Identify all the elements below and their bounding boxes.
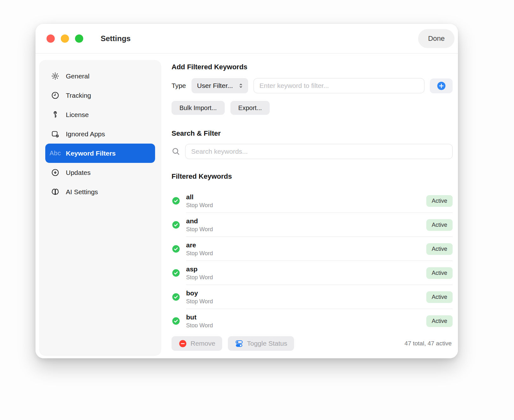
- keyword-type: Stop Word: [186, 250, 426, 257]
- keyword-row-boy[interactable]: boy Stop Word Active: [172, 285, 453, 309]
- main-content: Add Filtered Keywords Type User Filter..…: [161, 53, 458, 351]
- keyword-row-asp[interactable]: asp Stop Word Active: [172, 261, 453, 285]
- list-footer: Remove Toggle Status 47 total, 47 active: [172, 336, 453, 351]
- done-button[interactable]: Done: [418, 29, 454, 48]
- sidebar-item-label: AI Settings: [66, 188, 98, 196]
- sidebar: General Tracking License Ignored Apps: [40, 60, 161, 355]
- toggle-status-button[interactable]: Toggle Status: [228, 336, 294, 351]
- check-circle-icon: [172, 196, 180, 205]
- sidebar-item-ai-settings[interactable]: AI Settings: [45, 182, 155, 201]
- zoom-window-button[interactable]: [75, 34, 83, 43]
- keyword-input[interactable]: [254, 78, 424, 93]
- download-circle-icon: [50, 168, 60, 177]
- keyword-row-but[interactable]: but Stop Word Active: [172, 309, 453, 327]
- sidebar-item-tracking[interactable]: Tracking: [45, 86, 155, 105]
- add-keyword-row: Type User Filter...: [172, 78, 453, 93]
- search-row: [172, 144, 453, 159]
- keyword-type: Stop Word: [186, 298, 426, 305]
- sidebar-item-license[interactable]: License: [45, 105, 155, 124]
- keyword-list: all Stop Word Active and Stop Word Activ…: [172, 189, 453, 327]
- brain-icon: [50, 188, 60, 196]
- sidebar-item-label: Ignored Apps: [66, 130, 105, 138]
- check-circle-icon: [172, 317, 180, 325]
- export-button[interactable]: Export...: [230, 101, 270, 115]
- settings-window: Settings Done General Tracking L: [35, 24, 458, 358]
- keyword-type: Stop Word: [186, 226, 426, 233]
- check-circle-icon: [172, 269, 180, 277]
- filter-type-select[interactable]: User Filter...: [191, 78, 248, 93]
- status-badge: Active: [426, 291, 453, 303]
- keyword-type: Stop Word: [186, 322, 426, 327]
- status-badge: Active: [426, 219, 453, 231]
- chevron-up-down-icon: [237, 82, 244, 89]
- sidebar-item-label: Keyword Filters: [66, 150, 116, 157]
- sidebar-item-keyword-filters[interactable]: Abc Keyword Filters: [45, 144, 155, 163]
- check-circle-icon: [172, 220, 180, 229]
- toggles-icon: [235, 339, 243, 348]
- filter-type-value: User Filter...: [197, 82, 233, 90]
- bulk-import-button[interactable]: Bulk Import...: [172, 101, 225, 115]
- search-icon: [172, 147, 180, 156]
- sidebar-item-label: Tracking: [66, 92, 91, 99]
- minimize-window-button[interactable]: [61, 34, 69, 43]
- close-window-button[interactable]: [47, 34, 55, 43]
- keyword-text: boy: [186, 289, 426, 297]
- keyword-row-all[interactable]: all Stop Word Active: [172, 189, 453, 213]
- status-badge: Active: [426, 243, 453, 255]
- search-keywords-input[interactable]: [185, 144, 453, 159]
- check-circle-icon: [172, 244, 180, 253]
- type-label: Type: [172, 82, 186, 90]
- add-filtered-keywords-heading: Add Filtered Keywords: [172, 63, 453, 71]
- title-bar: Settings Done: [35, 24, 458, 53]
- sidebar-item-ignored-apps[interactable]: Ignored Apps: [45, 124, 155, 144]
- add-keyword-button[interactable]: [430, 78, 453, 93]
- app-check-icon: [50, 130, 60, 139]
- sidebar-item-label: License: [66, 111, 89, 119]
- keyword-text: asp: [186, 265, 426, 273]
- bulk-actions-row: Bulk Import... Export...: [172, 101, 453, 115]
- window-title: Settings: [101, 34, 131, 43]
- keyword-text: but: [186, 313, 426, 321]
- keyword-row-are[interactable]: are Stop Word Active: [172, 237, 453, 261]
- keyword-type: Stop Word: [186, 202, 426, 209]
- sidebar-item-updates[interactable]: Updates: [45, 163, 155, 182]
- check-circle-icon: [172, 293, 180, 301]
- plus-icon: [436, 81, 446, 91]
- gear-icon: [50, 72, 60, 81]
- abc-icon: Abc: [50, 149, 60, 158]
- keyword-type: Stop Word: [186, 274, 426, 281]
- key-icon: [50, 110, 60, 119]
- sidebar-item-general[interactable]: General: [45, 66, 155, 86]
- status-badge: Active: [426, 315, 453, 327]
- status-badge: Active: [426, 267, 453, 279]
- sidebar-item-label: General: [66, 72, 90, 80]
- search-filter-heading: Search & Filter: [172, 129, 453, 138]
- traffic-lights: [47, 34, 83, 43]
- keyword-row-and[interactable]: and Stop Word Active: [172, 213, 453, 237]
- remove-button[interactable]: Remove: [172, 336, 222, 351]
- sidebar-item-label: Updates: [66, 169, 91, 176]
- keyword-text: are: [186, 241, 426, 249]
- clock-icon: [50, 91, 60, 100]
- keyword-text: and: [186, 217, 426, 225]
- status-badge: Active: [426, 195, 453, 207]
- keyword-text: all: [186, 193, 426, 201]
- filtered-keywords-heading: Filtered Keywords: [172, 172, 453, 181]
- totals-summary: 47 total, 47 active: [404, 340, 452, 347]
- minus-circle-icon: [179, 339, 187, 348]
